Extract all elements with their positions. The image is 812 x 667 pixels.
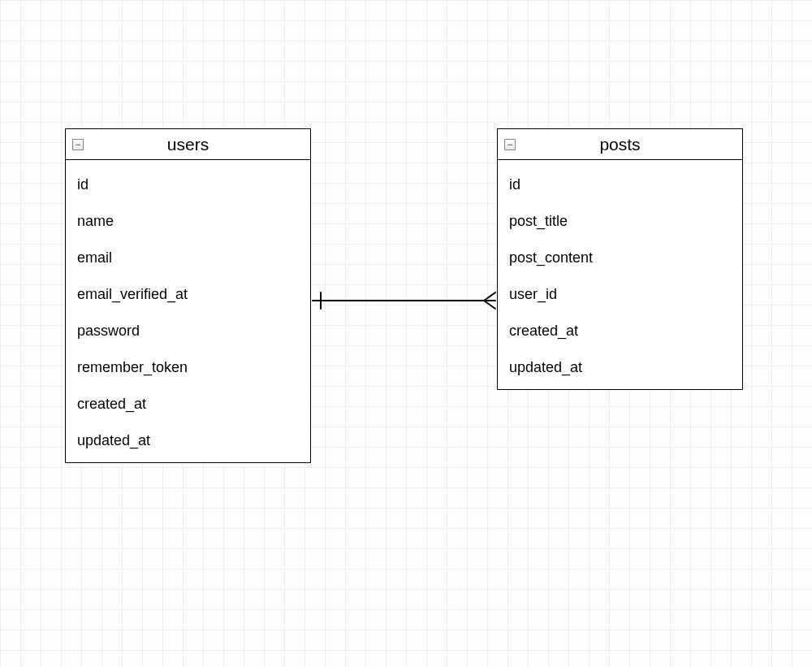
entity-posts-body: id post_title post_content user_id creat… [498,160,742,389]
relationship-connector-one-to-many [311,284,497,317]
field-posts-created-at: created_at [498,313,742,349]
entity-posts[interactable]: − posts id post_title post_content user_… [497,128,743,390]
field-posts-post-title: post_title [498,203,742,240]
svg-line-3 [484,301,495,309]
entity-users[interactable]: − users id name email email_verified_at … [65,128,311,463]
field-posts-post-content: post_content [498,240,742,276]
entity-users-header[interactable]: − users [66,129,310,160]
field-users-id: id [66,167,310,203]
entity-posts-title: posts [520,135,736,154]
field-users-password: password [66,313,310,349]
entity-users-body: id name email email_verified_at password… [66,160,310,462]
field-users-email: email [66,240,310,276]
field-posts-updated-at: updated_at [498,349,742,386]
diagram-canvas[interactable]: − users id name email email_verified_at … [0,0,812,667]
field-users-created-at: created_at [66,386,310,422]
field-users-updated-at: updated_at [66,422,310,459]
field-posts-user-id: user_id [498,276,742,313]
svg-line-2 [484,292,495,301]
collapse-icon[interactable]: − [72,139,84,150]
field-posts-id: id [498,167,742,203]
entity-users-title: users [89,135,304,154]
entity-posts-header[interactable]: − posts [498,129,742,160]
field-users-name: name [66,203,310,240]
field-users-email-verified-at: email_verified_at [66,276,310,313]
field-users-remember-token: remember_token [66,349,310,386]
collapse-icon[interactable]: − [504,139,516,150]
